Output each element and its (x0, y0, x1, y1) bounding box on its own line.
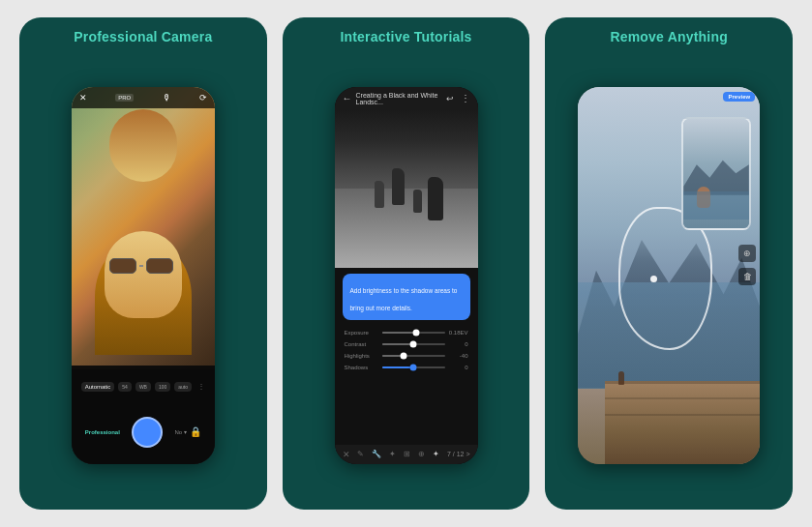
add-tool-button[interactable]: ⊕ (738, 245, 756, 262)
card1-phone-wrapper: ✕ PRO 🎙 ⟳ (19, 52, 267, 510)
page-counter: 7 / 12 > (447, 451, 470, 457)
three-dots-icon[interactable]: ⋮ (197, 382, 205, 391)
slider-contrast-label: Contrast (345, 341, 378, 347)
slider-contrast[interactable]: Contrast 0 (345, 341, 468, 347)
delete-tool-button[interactable]: 🗑 (738, 268, 756, 285)
phone1-bottombar: Automatic 54 WB 100 auto ⋮ Professional (72, 366, 215, 463)
slider-contrast-thumb[interactable] (410, 341, 417, 348)
card3-phone-wrapper: Preview (545, 52, 793, 510)
mode-wb: WB (135, 382, 151, 392)
professional-label: Professional (85, 429, 120, 435)
slider-exposure-value: 0.18EV (449, 330, 468, 336)
phone1-topbar: ✕ PRO 🎙 ⟳ (72, 87, 215, 108)
add-icon[interactable]: ⊕ (418, 450, 425, 458)
slider-exposure-fill (382, 332, 417, 334)
tutorial-bubble: Add brightness to the shadow areas to br… (343, 274, 470, 320)
card1-title: Professional Camera (19, 17, 267, 52)
camera-flip-icon[interactable]: ⟳ (199, 93, 207, 102)
bubble-text: Add brightness to the shadow areas to br… (350, 287, 458, 311)
slider-shadows-value: 0 (449, 365, 468, 370)
pro-badge: PRO (115, 94, 134, 102)
card-interactive-tutorials: Interactive Tutorials ← Creating a Black… (283, 17, 530, 510)
slider-exposure-thumb[interactable] (413, 330, 420, 337)
thumbnail-water (683, 191, 748, 219)
phone2-photo (335, 110, 478, 269)
sun-icon[interactable]: ✦ (433, 450, 439, 458)
mode-auto: auto (174, 382, 192, 392)
slider-shadows-fill (382, 366, 414, 368)
right-controls: No ▾ 🔒 (174, 426, 200, 437)
slider-contrast-fill (382, 343, 414, 345)
back-button[interactable]: ← (343, 93, 352, 103)
dock (605, 381, 760, 464)
slider-shadows-track[interactable] (382, 366, 445, 368)
rock1 (375, 181, 384, 208)
water-bg (335, 189, 478, 268)
slider-contrast-value: 0 (449, 341, 468, 347)
grid-icon[interactable]: ⊞ (404, 450, 410, 458)
rock4 (428, 177, 443, 220)
mode-54: 54 (118, 382, 132, 392)
mode-row: Automatic 54 WB 100 auto ⋮ (81, 382, 205, 392)
tutorial-title: Creating a Black and White Landsc... (356, 92, 442, 105)
mode-automatic[interactable]: Automatic (81, 382, 115, 392)
preview-badge: Preview (723, 92, 755, 102)
face (105, 231, 182, 318)
close-icon[interactable]: ✕ (343, 450, 350, 459)
slider-shadows-label: Shadows (345, 365, 378, 370)
phone1-photo (72, 87, 215, 370)
close-icon[interactable]: ✕ (79, 93, 87, 102)
phone1: ✕ PRO 🎙 ⟳ (72, 87, 215, 464)
thumbnail-preview (681, 117, 750, 230)
second-person (109, 109, 177, 182)
sunglasses (109, 257, 177, 275)
slider-shadows[interactable]: Shadows 0 (345, 365, 468, 370)
mic-icon[interactable]: 🎙 (163, 93, 171, 102)
card2-phone-wrapper: ← Creating a Black and White Landsc... ↩… (283, 52, 530, 510)
shutter-button[interactable] (132, 417, 163, 448)
slider-shadows-thumb[interactable] (410, 365, 417, 371)
edit-icon[interactable]: ✎ (357, 450, 364, 458)
phone3: Preview (578, 87, 760, 464)
more-icon[interactable]: ⋮ (461, 93, 470, 103)
card2-title: Interactive Tutorials (283, 17, 530, 52)
card-professional-camera: Professional Camera ✕ PRO 🎙 ⟳ (19, 17, 267, 510)
card-remove-anything: Remove Anything Preview (545, 17, 793, 510)
phone1-screen: ✕ PRO 🎙 ⟳ (72, 87, 215, 464)
slider-exposure[interactable]: Exposure 0.18EV (345, 330, 468, 336)
tools-icon[interactable]: 🔧 (372, 450, 381, 458)
phone2-screen: ← Creating a Black and White Landsc... ↩… (335, 87, 478, 464)
dock-line3 (605, 414, 760, 416)
sidebar-tools: ⊕ 🗑 (738, 245, 756, 285)
slider-highlights[interactable]: Highlights -40 (345, 353, 468, 359)
phone2-bottombar: ✕ ✎ 🔧 ✦ ⊞ ⊕ ✦ 7 / 12 > (335, 445, 478, 464)
slider-highlights-thumb[interactable] (401, 353, 407, 360)
slider-highlights-track[interactable] (382, 355, 445, 357)
person-figure (618, 371, 624, 385)
controls-row: Professional No ▾ 🔒 (77, 417, 209, 448)
slider-contrast-track[interactable] (382, 343, 445, 345)
phone3-screen: ⊕ 🗑 (578, 87, 760, 464)
slider-highlights-label: Highlights (345, 353, 378, 359)
selection-dot (650, 276, 657, 282)
settings-value[interactable]: No ▾ (174, 428, 186, 435)
undo-icon[interactable]: ↩ (446, 94, 454, 103)
star-icon[interactable]: ✦ (389, 450, 396, 458)
rock3 (413, 190, 422, 213)
app-container: Professional Camera ✕ PRO 🎙 ⟳ (0, 0, 812, 527)
phone2: ← Creating a Black and White Landsc... ↩… (335, 87, 478, 464)
water (578, 282, 760, 388)
rock2 (392, 168, 405, 205)
dock-line2 (605, 397, 760, 399)
professional-mode[interactable]: Professional (85, 429, 120, 435)
slider-exposure-label: Exposure (345, 330, 378, 336)
card3-title: Remove Anything (545, 17, 793, 52)
phone2-topbar: ← Creating a Black and White Landsc... ↩… (335, 87, 478, 110)
dock-line1 (605, 381, 760, 384)
mode-100: 100 (155, 382, 170, 392)
sliders-panel: Exposure 0.18EV Contrast (335, 326, 478, 444)
slider-highlights-value: -40 (449, 353, 468, 359)
lock-icon: 🔒 (190, 426, 201, 437)
slider-exposure-track[interactable] (382, 332, 445, 334)
